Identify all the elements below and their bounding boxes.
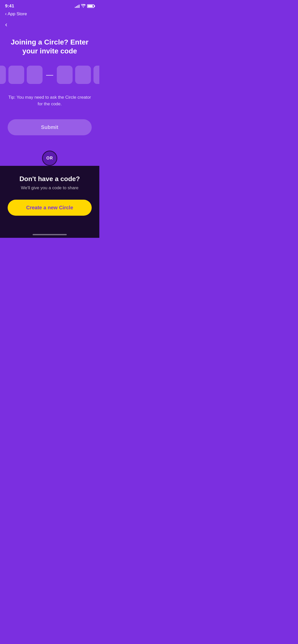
wifi-icon — [81, 4, 86, 8]
code-input-row: — — [0, 66, 99, 84]
create-circle-button[interactable]: Create a new Circle — [8, 200, 92, 216]
submit-button[interactable]: Submit — [8, 119, 92, 135]
tip-text: Tip: You may need to ask the Circle crea… — [8, 94, 92, 107]
code-dash: — — [46, 71, 53, 79]
status-icons — [75, 4, 94, 8]
code-box-2[interactable] — [8, 66, 24, 84]
purple-section: Joining a Circle? Enter your invite code… — [0, 33, 99, 166]
code-box-3[interactable] — [27, 66, 43, 84]
or-divider: OR — [8, 151, 92, 166]
home-bar — [33, 234, 67, 235]
page-title: Joining a Circle? Enter your invite code — [8, 38, 92, 55]
back-chevron-icon: ‹ — [5, 21, 7, 28]
home-indicator — [0, 232, 99, 238]
no-code-title: Don't have a code? — [19, 175, 80, 183]
code-box-4[interactable] — [57, 66, 73, 84]
signal-icon — [75, 4, 79, 8]
status-bar: 9:41 — [0, 0, 99, 10]
no-code-subtitle: We'll give you a code to share — [21, 185, 78, 191]
status-time: 9:41 — [5, 4, 14, 9]
app-store-label: App Store — [8, 11, 27, 17]
app-store-back-button[interactable]: ‹ App Store — [5, 11, 27, 17]
back-button[interactable]: ‹ — [0, 19, 12, 33]
battery-icon — [87, 4, 94, 8]
code-box-1[interactable] — [0, 66, 6, 84]
or-label: OR — [46, 156, 53, 160]
nav-bar: ‹ App Store — [0, 10, 99, 19]
code-box-6[interactable] — [93, 66, 99, 84]
or-circle: OR — [42, 151, 57, 166]
dark-section: Don't have a code? We'll give you a code… — [0, 166, 99, 232]
chevron-left-icon: ‹ — [5, 11, 7, 17]
code-box-5[interactable] — [75, 66, 91, 84]
